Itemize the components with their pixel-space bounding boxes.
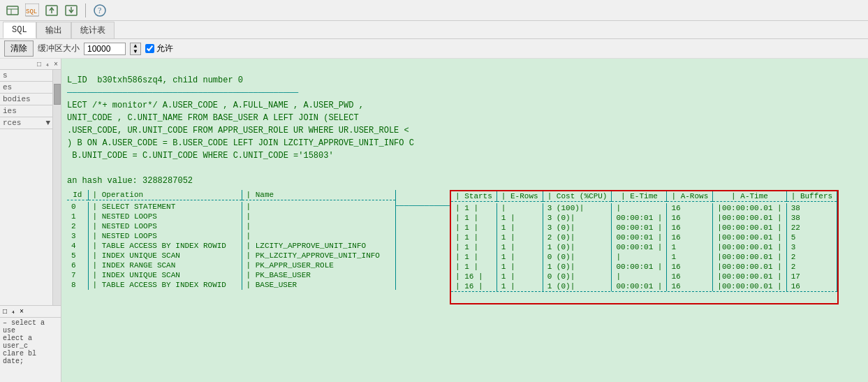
- cell-arows: 1: [667, 242, 713, 252]
- cell-id: 1: [67, 212, 88, 221]
- plan-left-row: 7 | INDEX UNIQUE SCAN | PK_BASE_USER: [67, 270, 395, 280]
- cell-name: |: [242, 221, 395, 231]
- cell-erows: 1 |: [496, 272, 543, 281]
- plan-left-row: 1 | NESTED LOOPS |: [67, 212, 395, 221]
- plan-table-row: | 1 | 1 | 0 (0)| | 1 |00:00:00.01 | 2: [451, 252, 837, 262]
- tab-bar: SQL 输出 统计表: [0, 21, 868, 39]
- cell-atime: |00:00:00.01 |: [713, 213, 786, 223]
- cell-etime: 00:00:01 |: [612, 281, 667, 291]
- sidebar-scrollbar[interactable]: [52, 70, 61, 305]
- cell-cost: 3 (100)|: [543, 203, 612, 213]
- cell-operation: | INDEX UNIQUE SCAN: [88, 270, 242, 280]
- sql-icon[interactable]: SQL: [24, 2, 41, 19]
- cell-starts: | 1 |: [451, 233, 496, 242]
- col-atime: | A-Time: [713, 191, 786, 202]
- cell-atime: |00:00:00.01 |: [713, 223, 786, 233]
- cell-id: 7: [67, 270, 88, 280]
- cell-operation: | NESTED LOOPS: [88, 231, 242, 241]
- cell-cost: 3 (0)|: [543, 223, 612, 233]
- help-icon[interactable]: ?: [91, 2, 108, 19]
- sidebar-dock-label: □ ₄ ×: [37, 60, 58, 68]
- export-icon[interactable]: [43, 2, 60, 19]
- cell-etime: 00:00:01 |: [612, 233, 667, 242]
- sidebar-item-s[interactable]: s: [3, 71, 8, 80]
- left-sidebar: □ ₄ × s es bodies ies rces ▼: [0, 59, 61, 382]
- cell-etime: 00:00:01 |: [612, 262, 667, 272]
- plan-table-header-row: | Starts | E-Rows | Cost (%CPU) | E-Time…: [451, 191, 837, 202]
- cell-starts: | 16 |: [451, 272, 496, 281]
- cell-id: 0: [67, 202, 88, 212]
- cell-cost: 0 (0)|: [543, 252, 612, 262]
- cell-operation: | NESTED LOOPS: [88, 221, 242, 231]
- plan-table-row: | 1 | | 3 (100)| | 16 |00:00:00.01 | 38: [451, 203, 837, 213]
- cell-buffers: 5: [786, 233, 837, 242]
- cell-etime: 00:00:01 |: [612, 213, 667, 223]
- buffer-spinner[interactable]: ▲ ▼: [130, 43, 141, 55]
- cell-id: 8: [67, 280, 88, 290]
- plan-table-footer: [451, 291, 837, 303]
- plan-left-container: Id | Operation | Name 0 | SELECT STATEME…: [67, 190, 396, 290]
- buffer-label: 缓冲区大小: [38, 43, 80, 54]
- col-erows: | E-Rows: [496, 191, 543, 202]
- buffer-input[interactable]: [84, 43, 126, 55]
- cell-etime: |: [612, 203, 667, 213]
- cell-buffers: 2: [786, 252, 837, 262]
- cell-starts: | 1 |: [451, 203, 496, 213]
- sidebar-bottom-panel: □ ₄ × – select a use elect a user_c clar…: [0, 305, 61, 382]
- cell-cost: 1 (0)|: [543, 242, 612, 252]
- plan-left-header: Id | Operation | Name: [67, 190, 395, 200]
- cell-erows: 1 |: [496, 233, 543, 242]
- sidebar-item-bodies[interactable]: bodies: [3, 95, 31, 103]
- sidebar-item-es[interactable]: es: [3, 83, 12, 91]
- col-id: | Starts: [451, 191, 496, 202]
- cell-id: 5: [67, 251, 88, 260]
- cell-starts: | 1 |: [451, 242, 496, 252]
- col-hdr-id: Id: [67, 190, 88, 200]
- col-hdr-name: | Name: [242, 190, 395, 200]
- cell-operation: | INDEX RANGE SCAN: [88, 260, 242, 270]
- plan-table-row: | 1 | 1 | 3 (0)| 00:00:01 | 16 |00:00:00…: [451, 213, 837, 223]
- cell-id: 2: [67, 221, 88, 231]
- plan-table-row: | 1 | 1 | 2 (0)| 00:00:01 | 16 |00:00:00…: [451, 233, 837, 242]
- sidebar-bottom-title: □ ₄ ×: [3, 307, 24, 316]
- cell-cost: 2 (0)|: [543, 233, 612, 242]
- spin-down[interactable]: ▼: [131, 49, 140, 54]
- allow-checkbox-container: 允许: [145, 43, 173, 54]
- col-cost: | Cost (%CPU): [543, 191, 612, 202]
- cell-arows: 16: [667, 262, 713, 272]
- tab-sql[interactable]: SQL: [3, 22, 36, 38]
- cell-erows: 1 |: [496, 223, 543, 233]
- sidebar-scroll-arrow[interactable]: ▼: [45, 119, 50, 127]
- cell-atime: |00:00:00.01 |: [713, 203, 786, 213]
- import-icon[interactable]: [63, 2, 80, 19]
- cell-erows: 1 |: [496, 281, 543, 291]
- cell-cost: 3 (0)|: [543, 213, 612, 223]
- tab-output[interactable]: 输出: [36, 22, 71, 38]
- sql-line1: L_ID b30txh586szq4, child number 0: [67, 75, 243, 85]
- sidebar-item-rces[interactable]: rces: [3, 119, 21, 127]
- tab-stats[interactable]: 统计表: [71, 22, 115, 38]
- col-hdr-op: | Operation: [88, 190, 242, 200]
- top-toolbar: SQL ?: [0, 0, 868, 21]
- cell-buffers: 17: [786, 272, 837, 281]
- plan-left-row: 8 | TABLE ACCESS BY INDEX ROWID | BASE_U…: [67, 280, 395, 290]
- cell-name: |: [242, 202, 395, 212]
- cell-name: | PK_APPR_USER_ROLE: [242, 260, 395, 270]
- sql-line5: .USER_CODE, UR.UNIT_CODE FROM APPR_USER_…: [67, 126, 409, 135]
- cell-buffers: 38: [786, 203, 837, 213]
- cell-arows: 16: [667, 233, 713, 242]
- cell-starts: | 1 |: [451, 213, 496, 223]
- cell-cost: 1 (0)|: [543, 281, 612, 291]
- allow-checkbox[interactable]: [145, 44, 154, 53]
- cell-buffers: 3: [786, 242, 837, 252]
- clear-button[interactable]: 清除: [4, 41, 34, 57]
- sidebar-item-ies[interactable]: ies: [3, 107, 17, 115]
- plan-table-row: | 16 | 1 | 1 (0)| 00:00:01 | 16 |00:00:0…: [451, 281, 837, 291]
- sql-line3: LECT /*+ monitor*/ A.USER_CODE , A.FULL_…: [67, 101, 364, 110]
- cell-cost: 0 (0)|: [543, 272, 612, 281]
- cell-erows: 1 |: [496, 262, 543, 272]
- plan-table-container: | Starts | E-Rows | Cost (%CPU) | E-Time…: [450, 190, 839, 304]
- table-icon[interactable]: [4, 2, 21, 19]
- svg-text:SQL: SQL: [26, 8, 37, 15]
- cell-id: 4: [67, 241, 88, 251]
